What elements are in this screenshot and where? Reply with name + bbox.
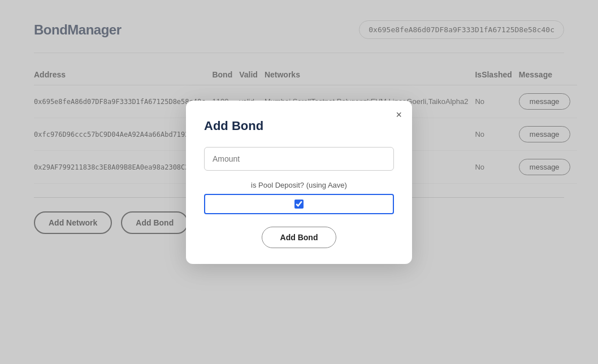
modal-close-button[interactable]: × [396, 110, 402, 120]
pool-deposit-checkbox[interactable] [294, 200, 304, 209]
checkbox-wrapper [204, 194, 394, 214]
amount-input[interactable] [204, 147, 394, 171]
checkbox-container [204, 194, 394, 214]
modal-overlay: Add Bond × is Pool Deposit? (using Aave)… [0, 0, 598, 364]
modal-add-bond-button[interactable]: Add Bond [262, 227, 337, 248]
add-bond-modal: Add Bond × is Pool Deposit? (using Aave)… [186, 101, 412, 264]
modal-title: Add Bond [204, 119, 394, 133]
pool-deposit-label: is Pool Deposit? (using Aave) [204, 181, 394, 189]
